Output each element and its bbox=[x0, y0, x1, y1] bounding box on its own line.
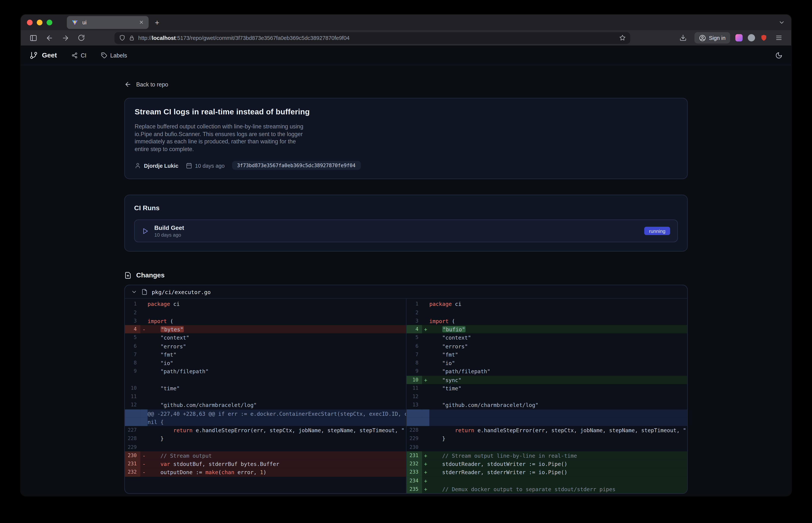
url-bar[interactable]: http://localhost:5173/repo/gwet/commit/3… bbox=[114, 32, 630, 44]
diff-row: 232+ stdoutReader, stdoutWriter := io.Pi… bbox=[407, 460, 687, 468]
extension-icon-3[interactable] bbox=[760, 34, 767, 41]
extension-icon-1[interactable] bbox=[736, 34, 743, 41]
browser-tab[interactable]: ui bbox=[67, 16, 149, 29]
diff-row: 6 "errors" bbox=[125, 342, 406, 350]
diff-row: 4+ "bufio" bbox=[407, 325, 687, 333]
diff-row: 1package ci bbox=[407, 300, 687, 308]
lock-icon[interactable] bbox=[129, 35, 135, 41]
diff-row: 8 "io" bbox=[125, 359, 406, 367]
commit-meta: Djordje Lukic 10 days ago 3f73bd873e3567… bbox=[135, 161, 677, 170]
diff-row: 7 "fmt" bbox=[125, 350, 406, 359]
app-page: Geet CI Labels bbox=[21, 46, 791, 496]
back-to-repo-link[interactable]: Back to repo bbox=[124, 81, 688, 88]
diff-row: 1package ci bbox=[125, 300, 406, 308]
diff-row: 3import ( bbox=[125, 317, 406, 325]
diff-row: nil { bbox=[125, 418, 406, 426]
shield-icon[interactable] bbox=[119, 35, 125, 41]
diff-row bbox=[407, 418, 687, 426]
user-icon bbox=[135, 162, 141, 169]
play-icon bbox=[142, 228, 149, 234]
theme-toggle-button[interactable] bbox=[775, 52, 782, 59]
commit-title: Stream CI logs in real-time instead of b… bbox=[135, 107, 677, 116]
changes-heading-label: Changes bbox=[136, 271, 165, 279]
file-diff-icon bbox=[124, 272, 131, 279]
run-status-badge: running bbox=[645, 227, 670, 235]
diff-file-header[interactable]: pkg/ci/executor.go bbox=[125, 286, 687, 299]
diff-row: 232- outputDone := make(chan error, 1) bbox=[125, 468, 406, 476]
diff-row: 10 "time" bbox=[125, 384, 406, 393]
browser-window: ui + bbox=[21, 14, 791, 496]
forward-icon[interactable] bbox=[59, 32, 71, 43]
diff-row: 229 } bbox=[407, 434, 687, 443]
diff-row: 231- var stdoutBuf, stderrBuf bytes.Buff… bbox=[125, 460, 406, 468]
diff-row: 229 bbox=[125, 443, 406, 451]
nav-item-labels[interactable]: Labels bbox=[101, 52, 127, 58]
nav-item-ci[interactable]: CI bbox=[71, 52, 86, 58]
nav-item-label: Labels bbox=[110, 52, 127, 58]
diff-row: 4- "bytes" bbox=[125, 325, 406, 333]
ci-icon bbox=[71, 52, 77, 58]
diff-row: 5 "context" bbox=[407, 333, 687, 342]
brand[interactable]: Geet bbox=[30, 51, 57, 59]
commit-author: Djordje Lukic bbox=[144, 162, 178, 169]
sign-in-label: Sign in bbox=[709, 35, 725, 41]
sign-in-button[interactable]: Sign in bbox=[694, 32, 730, 43]
diff-row: 230 bbox=[407, 443, 687, 451]
account-icon bbox=[699, 34, 706, 41]
diff-row bbox=[407, 409, 687, 418]
chevron-down-icon[interactable] bbox=[131, 289, 137, 295]
reload-icon[interactable] bbox=[75, 32, 87, 43]
diff-file-name: pkg/ci/executor.go bbox=[152, 289, 211, 295]
nav-item-label: CI bbox=[81, 52, 86, 58]
commit-hash-badge: 3f73bd873e3567fa0eb369c5dc38927870fe9f04 bbox=[232, 161, 361, 170]
diff-row: 233+ stderrReader, stderrWriter := io.Pi… bbox=[407, 468, 687, 476]
ci-run-row[interactable]: Build Geet 10 days ago running bbox=[134, 220, 678, 242]
diff-row: 9 "path/filepath" bbox=[407, 367, 687, 376]
diff-row: 6 "errors" bbox=[407, 342, 687, 350]
ci-runs-heading: CI Runs bbox=[134, 204, 678, 212]
new-tab-button[interactable]: + bbox=[155, 18, 159, 26]
tab-title: ui bbox=[83, 19, 135, 25]
diff-row: 228 return e.handleStepError(err, stepCt… bbox=[407, 426, 687, 434]
bookmark-star-icon[interactable] bbox=[619, 35, 625, 41]
sidebar-toggle-icon[interactable] bbox=[27, 32, 39, 43]
file-icon bbox=[141, 289, 147, 295]
screenshot-stage: ui + bbox=[0, 0, 812, 523]
tab-list-chevron-icon[interactable] bbox=[778, 19, 785, 26]
tab-favicon bbox=[72, 19, 78, 26]
close-window-button[interactable] bbox=[27, 19, 33, 25]
commit-card: Stream CI logs in real-time instead of b… bbox=[124, 98, 688, 179]
back-icon[interactable] bbox=[43, 32, 55, 43]
changes-heading: Changes bbox=[124, 271, 688, 279]
toolbar-right: Sign in bbox=[677, 32, 785, 43]
diff-row: 11 bbox=[125, 392, 406, 401]
moon-icon bbox=[775, 52, 782, 59]
browser-tab-bar: ui + bbox=[21, 14, 791, 30]
minimize-window-button[interactable] bbox=[37, 19, 42, 25]
diff-row: 8 "io" bbox=[407, 359, 687, 367]
app-header: Geet CI Labels bbox=[21, 46, 791, 65]
ci-run-name: Build Geet bbox=[154, 224, 184, 231]
main-content: Back to repo Stream CI logs in real-time… bbox=[124, 81, 688, 494]
tab-close-icon[interactable] bbox=[139, 20, 144, 25]
commit-description: Replace buffered output collection with … bbox=[135, 123, 677, 153]
downloads-icon[interactable] bbox=[677, 32, 689, 43]
diff-row: 12 "github.com/charmbracelet/log" bbox=[125, 401, 406, 409]
ci-runs-card: CI Runs Build Geet 10 days ago running bbox=[124, 195, 688, 252]
extension-icon-2[interactable] bbox=[748, 34, 755, 41]
diff-row: 12 bbox=[407, 392, 687, 401]
diff-row: 234+ bbox=[407, 476, 687, 485]
diff-row: 7 "fmt" bbox=[407, 350, 687, 359]
browser-toolbar: http://localhost:5173/repo/gwet/commit/3… bbox=[21, 30, 791, 46]
diff-pane-old: 1package ci23import (4- "bytes"5 "contex… bbox=[125, 299, 406, 493]
menu-icon[interactable] bbox=[773, 32, 785, 43]
diff-row: 5 "context" bbox=[125, 333, 406, 342]
zoom-window-button[interactable] bbox=[47, 19, 52, 25]
git-branch-icon bbox=[30, 51, 38, 59]
diff-row: 2 bbox=[125, 308, 406, 317]
url-text: http://localhost:5173/repo/gwet/commit/3… bbox=[138, 35, 616, 41]
diff-row: 230- // Stream output bbox=[125, 451, 406, 460]
diff-row bbox=[125, 376, 406, 384]
window-controls bbox=[27, 19, 52, 25]
diff-row: 11 "time" bbox=[407, 384, 687, 393]
